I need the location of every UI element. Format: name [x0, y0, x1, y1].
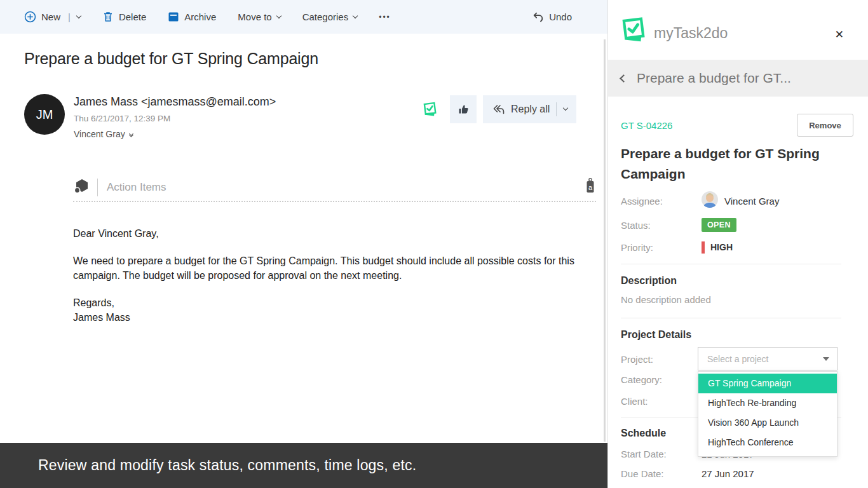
- email-body: Dear Vincent Gray, We need to prepare a …: [73, 226, 581, 325]
- status-row: Status: OPEN: [621, 218, 854, 232]
- reply-all-button[interactable]: Reply all: [483, 95, 576, 123]
- reply-all-label: Reply all: [511, 104, 550, 115]
- avatar-initials: JM: [36, 107, 53, 122]
- new-label: New: [41, 11, 60, 22]
- categories-button[interactable]: Categories: [302, 11, 358, 22]
- mytask2do-panel: myTask2do ✕ Prepare a budget for GT... G…: [607, 0, 868, 488]
- ellipsis-icon: •••: [379, 13, 391, 22]
- email-timestamp: Thu 6/21/2017, 12:39 PM: [74, 114, 276, 123]
- caption-overlay: Review and modify task status, comments,…: [0, 443, 607, 488]
- panel-app-title: myTask2do: [654, 25, 728, 42]
- thumbs-up-icon: [457, 103, 470, 116]
- recipient-name: Vincent Gray: [74, 129, 125, 139]
- project-details-header: Project Details: [621, 329, 691, 341]
- priority-value[interactable]: HIGH: [710, 242, 733, 252]
- task-id-link[interactable]: GT S-04226: [621, 120, 672, 131]
- priority-row: Priority: HIGH: [621, 241, 854, 254]
- closing-line: Regards,: [73, 295, 581, 310]
- undo-button[interactable]: Undo: [532, 11, 572, 23]
- priority-flag-icon: [702, 241, 705, 254]
- action-items-addin-bar[interactable]: Action Items a: [73, 174, 596, 202]
- divider: [621, 264, 841, 264]
- undo-label: Undo: [549, 11, 572, 22]
- message-action-icons: Reply all: [422, 95, 576, 123]
- action-items-app-icon[interactable]: a: [585, 178, 596, 197]
- addin-bar-label: Action Items: [107, 181, 585, 194]
- undo-arrow-icon: [532, 11, 544, 23]
- dropdown-option[interactable]: Vision 360 App Launch: [698, 413, 837, 433]
- schedule-header: Schedule: [621, 428, 666, 439]
- start-date-label: Start Date:: [621, 449, 702, 459]
- greeting-line: Dear Vincent Gray,: [73, 226, 581, 241]
- status-label: Status:: [621, 220, 702, 231]
- sender-avatar[interactable]: JM: [24, 94, 65, 135]
- project-select[interactable]: Select a project: [698, 347, 837, 370]
- chevron-down-icon: [76, 13, 81, 18]
- new-button[interactable]: New |: [24, 11, 81, 23]
- move-to-label: Move to: [238, 11, 271, 22]
- divider: [621, 318, 841, 318]
- assignee-row: Assignee: Vincent Gray: [621, 192, 854, 210]
- assignee-label: Assignee:: [621, 196, 702, 207]
- sender-info: James Mass <jamesmass@email.com> Thu 6/2…: [74, 95, 276, 139]
- delete-label: Delete: [119, 11, 146, 22]
- archive-label: Archive: [184, 11, 216, 22]
- status-badge[interactable]: OPEN: [702, 218, 736, 232]
- archive-button[interactable]: Archive: [168, 11, 216, 22]
- new-split-divider: |: [68, 11, 71, 22]
- priority-label: Priority:: [621, 242, 702, 253]
- email-reading-pane: New | Delete Archive Move to: [0, 0, 607, 488]
- app-window: New | Delete Archive Move to: [0, 0, 868, 488]
- due-date-value[interactable]: 27 Jun 2017: [702, 468, 754, 479]
- assignee-avatar: [702, 191, 718, 210]
- due-date-row: Due Date: 27 Jun 2017: [621, 467, 854, 480]
- chevron-down-icon: [563, 105, 568, 111]
- archive-box-icon: [168, 11, 179, 22]
- move-to-button[interactable]: Move to: [238, 11, 280, 22]
- vertical-divider: [97, 179, 98, 196]
- dropdown-option[interactable]: GT Spring Campaign: [698, 374, 837, 393]
- categories-label: Categories: [302, 11, 349, 22]
- chevron-down-icon: [353, 13, 358, 18]
- panel-nav-bar[interactable]: Prepare a budget for GT...: [608, 60, 868, 97]
- caret-down-icon: [823, 357, 829, 361]
- sender-name[interactable]: James Mass <jamesmass@email.com>: [74, 95, 276, 109]
- task-title: Prepare a budget for GT Spring Campaign: [621, 144, 840, 184]
- description-empty-text[interactable]: No description added: [621, 294, 711, 305]
- chevron-down-icon: [276, 13, 281, 18]
- signature-line: James Mass: [73, 310, 581, 325]
- mail-toolbar: New | Delete Archive Move to: [0, 0, 607, 34]
- body-paragraph: We need to prepare a budget for the GT S…: [73, 254, 581, 283]
- assignee-value: Vincent Gray: [724, 196, 779, 207]
- svg-text:a: a: [588, 184, 593, 191]
- dropdown-option[interactable]: HighTech Conference: [698, 433, 837, 452]
- project-label: Project:: [621, 354, 702, 365]
- recipient-row[interactable]: Vincent Gray: [74, 129, 276, 139]
- like-button[interactable]: [450, 95, 477, 123]
- back-chevron-icon[interactable]: [620, 74, 628, 83]
- dropdown-option[interactable]: HighTech Re-branding: [698, 393, 837, 413]
- panel-nav-title: Prepare a budget for GT...: [637, 71, 791, 86]
- category-label: Category:: [621, 374, 702, 385]
- close-icon[interactable]: ✕: [835, 28, 844, 41]
- mytask2do-logo-icon: [620, 17, 646, 46]
- mytask2do-addin-icon[interactable]: [422, 102, 437, 117]
- panel-header: myTask2do ✕: [608, 0, 868, 60]
- remove-button[interactable]: Remove: [797, 114, 853, 137]
- addins-cube-icon: [73, 177, 90, 198]
- project-select-placeholder: Select a project: [707, 354, 823, 364]
- email-scrollbar[interactable]: [604, 39, 606, 442]
- trash-icon: [102, 11, 114, 23]
- more-commands-button[interactable]: •••: [379, 13, 391, 22]
- expand-recipients-icon[interactable]: [130, 132, 133, 137]
- reply-split-divider: [556, 102, 557, 116]
- caption-text: Review and modify task status, comments,…: [38, 457, 416, 474]
- delete-button[interactable]: Delete: [102, 11, 146, 23]
- due-date-label: Due Date:: [621, 468, 702, 479]
- description-header: Description: [621, 275, 677, 287]
- reply-all-icon: [492, 104, 505, 115]
- email-subject: Prepare a budget for GT Spring Campaign: [24, 50, 318, 68]
- plus-circle-icon: [24, 11, 36, 23]
- project-dropdown: GT Spring Campaign HighTech Re-branding …: [698, 371, 837, 457]
- client-label: Client:: [621, 396, 702, 407]
